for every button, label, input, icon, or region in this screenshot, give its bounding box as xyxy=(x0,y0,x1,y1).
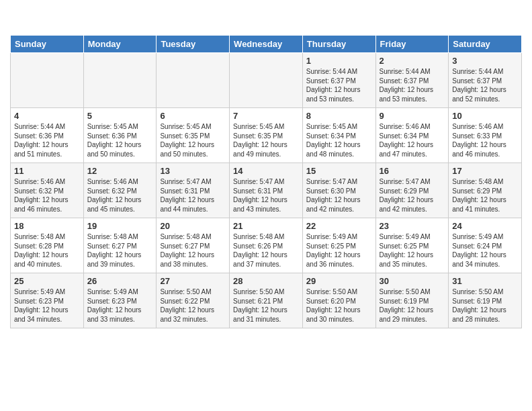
day-header-tuesday: Tuesday xyxy=(157,36,230,53)
day-info: Sunrise: 5:49 AMSunset: 6:24 PMDaylight:… xyxy=(452,232,518,269)
day-number: 6 xyxy=(160,111,226,121)
day-number: 10 xyxy=(452,111,518,121)
header xyxy=(10,7,522,31)
day-number: 3 xyxy=(452,56,518,66)
day-cell: 10Sunrise: 5:46 AMSunset: 6:33 PMDayligh… xyxy=(449,108,522,163)
week-row-3: 11Sunrise: 5:46 AMSunset: 6:32 PMDayligh… xyxy=(11,163,522,218)
day-number: 27 xyxy=(160,276,226,286)
page: SundayMondayTuesdayWednesdayThursdayFrid… xyxy=(0,0,532,411)
logo xyxy=(10,7,34,31)
day-info: Sunrise: 5:49 AMSunset: 6:23 PMDaylight:… xyxy=(87,287,153,324)
day-info: Sunrise: 5:44 AMSunset: 6:37 PMDaylight:… xyxy=(306,67,372,103)
week-row-1: 1Sunrise: 5:44 AMSunset: 6:37 PMDaylight… xyxy=(11,53,522,108)
day-cell: 24Sunrise: 5:49 AMSunset: 6:24 PMDayligh… xyxy=(449,218,522,273)
day-info: Sunrise: 5:46 AMSunset: 6:32 PMDaylight:… xyxy=(87,177,153,214)
day-cell: 5Sunrise: 5:45 AMSunset: 6:36 PMDaylight… xyxy=(83,108,157,163)
day-cell: 16Sunrise: 5:47 AMSunset: 6:29 PMDayligh… xyxy=(375,163,449,218)
day-info: Sunrise: 5:46 AMSunset: 6:34 PMDaylight:… xyxy=(380,122,445,158)
day-cell: 23Sunrise: 5:49 AMSunset: 6:25 PMDayligh… xyxy=(375,218,449,273)
day-info: Sunrise: 5:47 AMSunset: 6:31 PMDaylight:… xyxy=(233,177,299,214)
logo-icon xyxy=(10,7,34,31)
day-info: Sunrise: 5:45 AMSunset: 6:35 PMDaylight:… xyxy=(233,122,299,158)
day-number: 18 xyxy=(14,221,80,231)
calendar: SundayMondayTuesdayWednesdayThursdayFrid… xyxy=(10,35,522,328)
day-cell xyxy=(157,53,230,108)
week-row-2: 4Sunrise: 5:44 AMSunset: 6:36 PMDaylight… xyxy=(11,108,522,163)
header-row: SundayMondayTuesdayWednesdayThursdayFrid… xyxy=(11,36,522,53)
day-info: Sunrise: 5:47 AMSunset: 6:30 PMDaylight:… xyxy=(306,177,372,214)
day-header-wednesday: Wednesday xyxy=(230,36,303,53)
day-header-friday: Friday xyxy=(375,36,449,53)
day-info: Sunrise: 5:48 AMSunset: 6:27 PMDaylight:… xyxy=(87,232,153,269)
day-info: Sunrise: 5:49 AMSunset: 6:25 PMDaylight:… xyxy=(380,232,445,269)
day-info: Sunrise: 5:45 AMSunset: 6:36 PMDaylight:… xyxy=(87,122,153,158)
day-number: 4 xyxy=(14,111,80,121)
day-header-monday: Monday xyxy=(83,36,157,53)
day-number: 17 xyxy=(452,166,518,176)
day-cell: 22Sunrise: 5:49 AMSunset: 6:25 PMDayligh… xyxy=(302,218,375,273)
day-info: Sunrise: 5:49 AMSunset: 6:25 PMDaylight:… xyxy=(306,232,372,269)
day-info: Sunrise: 5:50 AMSunset: 6:19 PMDaylight:… xyxy=(452,287,518,324)
day-number: 19 xyxy=(87,221,153,231)
day-number: 7 xyxy=(233,111,299,121)
day-number: 5 xyxy=(87,111,153,121)
day-number: 28 xyxy=(233,276,299,286)
day-cell: 14Sunrise: 5:47 AMSunset: 6:31 PMDayligh… xyxy=(230,163,303,218)
day-info: Sunrise: 5:44 AMSunset: 6:37 PMDaylight:… xyxy=(380,67,445,103)
day-number: 26 xyxy=(87,276,153,286)
day-info: Sunrise: 5:45 AMSunset: 6:34 PMDaylight:… xyxy=(306,122,372,158)
calendar-header: SundayMondayTuesdayWednesdayThursdayFrid… xyxy=(11,36,522,53)
day-number: 1 xyxy=(306,56,372,66)
day-info: Sunrise: 5:48 AMSunset: 6:29 PMDaylight:… xyxy=(452,177,518,214)
day-number: 15 xyxy=(306,166,372,176)
day-cell: 28Sunrise: 5:50 AMSunset: 6:21 PMDayligh… xyxy=(230,273,303,328)
day-cell: 11Sunrise: 5:46 AMSunset: 6:32 PMDayligh… xyxy=(11,163,84,218)
day-cell: 21Sunrise: 5:48 AMSunset: 6:26 PMDayligh… xyxy=(230,218,303,273)
day-cell: 26Sunrise: 5:49 AMSunset: 6:23 PMDayligh… xyxy=(83,273,157,328)
day-number: 14 xyxy=(233,166,299,176)
day-cell: 25Sunrise: 5:49 AMSunset: 6:23 PMDayligh… xyxy=(11,273,84,328)
day-info: Sunrise: 5:50 AMSunset: 6:22 PMDaylight:… xyxy=(160,287,226,324)
day-number: 20 xyxy=(160,221,226,231)
day-cell: 31Sunrise: 5:50 AMSunset: 6:19 PMDayligh… xyxy=(449,273,522,328)
day-cell: 7Sunrise: 5:45 AMSunset: 6:35 PMDaylight… xyxy=(230,108,303,163)
day-cell: 12Sunrise: 5:46 AMSunset: 6:32 PMDayligh… xyxy=(83,163,157,218)
day-cell: 6Sunrise: 5:45 AMSunset: 6:35 PMDaylight… xyxy=(157,108,230,163)
day-number: 30 xyxy=(380,276,445,286)
day-cell: 1Sunrise: 5:44 AMSunset: 6:37 PMDaylight… xyxy=(302,53,375,108)
day-number: 9 xyxy=(380,111,445,121)
day-info: Sunrise: 5:47 AMSunset: 6:29 PMDaylight:… xyxy=(380,177,445,214)
day-info: Sunrise: 5:44 AMSunset: 6:37 PMDaylight:… xyxy=(452,67,518,103)
day-cell: 29Sunrise: 5:50 AMSunset: 6:20 PMDayligh… xyxy=(302,273,375,328)
day-cell: 4Sunrise: 5:44 AMSunset: 6:36 PMDaylight… xyxy=(11,108,84,163)
day-number: 31 xyxy=(452,276,518,286)
day-info: Sunrise: 5:46 AMSunset: 6:33 PMDaylight:… xyxy=(452,122,518,158)
week-row-5: 25Sunrise: 5:49 AMSunset: 6:23 PMDayligh… xyxy=(11,273,522,328)
day-cell: 15Sunrise: 5:47 AMSunset: 6:30 PMDayligh… xyxy=(302,163,375,218)
day-cell: 2Sunrise: 5:44 AMSunset: 6:37 PMDaylight… xyxy=(375,53,449,108)
day-info: Sunrise: 5:50 AMSunset: 6:21 PMDaylight:… xyxy=(233,287,299,324)
day-number: 25 xyxy=(14,276,80,286)
day-cell: 3Sunrise: 5:44 AMSunset: 6:37 PMDaylight… xyxy=(449,53,522,108)
day-cell xyxy=(83,53,157,108)
day-cell: 27Sunrise: 5:50 AMSunset: 6:22 PMDayligh… xyxy=(157,273,230,328)
day-info: Sunrise: 5:47 AMSunset: 6:31 PMDaylight:… xyxy=(160,177,226,214)
day-header-thursday: Thursday xyxy=(302,36,375,53)
day-cell: 30Sunrise: 5:50 AMSunset: 6:19 PMDayligh… xyxy=(375,273,449,328)
day-info: Sunrise: 5:49 AMSunset: 6:23 PMDaylight:… xyxy=(14,287,80,324)
day-number: 8 xyxy=(306,111,372,121)
day-header-sunday: Sunday xyxy=(11,36,84,53)
day-info: Sunrise: 5:48 AMSunset: 6:27 PMDaylight:… xyxy=(160,232,226,269)
day-number: 23 xyxy=(380,221,445,231)
day-cell: 13Sunrise: 5:47 AMSunset: 6:31 PMDayligh… xyxy=(157,163,230,218)
day-cell xyxy=(11,53,84,108)
calendar-body: 1Sunrise: 5:44 AMSunset: 6:37 PMDaylight… xyxy=(11,53,522,328)
day-cell: 18Sunrise: 5:48 AMSunset: 6:28 PMDayligh… xyxy=(11,218,84,273)
day-info: Sunrise: 5:48 AMSunset: 6:26 PMDaylight:… xyxy=(233,232,299,269)
day-number: 16 xyxy=(380,166,445,176)
day-info: Sunrise: 5:45 AMSunset: 6:35 PMDaylight:… xyxy=(160,122,226,158)
day-number: 29 xyxy=(306,276,372,286)
day-number: 12 xyxy=(87,166,153,176)
day-header-saturday: Saturday xyxy=(449,36,522,53)
day-info: Sunrise: 5:44 AMSunset: 6:36 PMDaylight:… xyxy=(14,122,80,158)
